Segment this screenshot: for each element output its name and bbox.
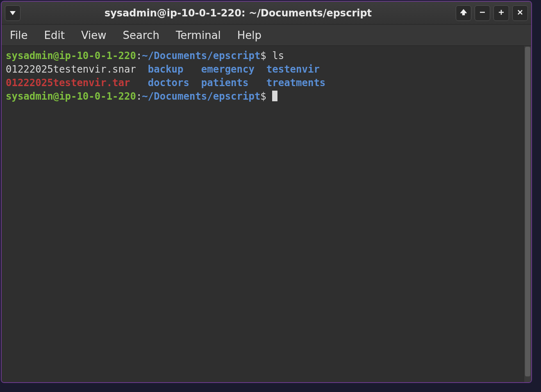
prompt-userhost-2: sysadmin@ip-10-0-1-220 <box>6 91 136 102</box>
window-menu-button[interactable] <box>5 5 20 21</box>
prompt-userhost: sysadmin@ip-10-0-1-220 <box>6 50 136 62</box>
ls-dir-patients: patients <box>201 77 249 89</box>
menu-help[interactable]: Help <box>235 27 264 43</box>
terminal-line-4: sysadmin@ip-10-0-1-220:~/Documents/epscr… <box>6 90 520 103</box>
ls-dir-treatments: treatments <box>266 77 326 89</box>
caret-down-icon <box>10 9 16 17</box>
ls-file-tar: 01222025testenvir.tar <box>6 77 130 89</box>
menu-view[interactable]: View <box>79 27 109 43</box>
close-icon <box>517 9 523 17</box>
prompt-sep: : <box>136 50 142 62</box>
titlebar-left <box>5 5 20 21</box>
menu-file[interactable]: File <box>7 27 30 43</box>
scrollbar-thumb[interactable] <box>525 47 530 376</box>
prompt-path-2: ~/Documents/epscript <box>142 91 260 102</box>
titlebar: sysadmin@ip-10-0-1-220: ~/Documents/epsc… <box>2 2 531 25</box>
terminal-line-2: 01222025testenvir.snar backup emergency … <box>6 63 520 76</box>
terminal-line-3: 01222025testenvir.tar doctors patients t… <box>6 76 520 90</box>
maximize-button[interactable] <box>493 5 509 21</box>
ls-file-snar: 01222025testenvir.snar <box>6 64 136 75</box>
menu-search[interactable]: Search <box>120 27 162 43</box>
keep-above-button[interactable] <box>456 5 471 21</box>
terminal-area: sysadmin@ip-10-0-1-220:~/Documents/epscr… <box>2 46 531 382</box>
terminal-content[interactable]: sysadmin@ip-10-0-1-220:~/Documents/epscr… <box>2 46 524 382</box>
prompt-path: ~/Documents/epscript <box>142 50 260 62</box>
scrollbar[interactable] <box>524 46 531 382</box>
close-button[interactable] <box>512 5 528 21</box>
titlebar-right <box>456 5 528 21</box>
menubar: File Edit View Search Terminal Help <box>2 25 531 46</box>
ls-dir-backup: backup <box>148 64 184 75</box>
svg-marker-0 <box>10 11 16 15</box>
window-title: sysadmin@ip-10-0-1-220: ~/Documents/epsc… <box>20 7 456 19</box>
ls-dir-testenvir: testenvir <box>266 64 320 75</box>
prompt-sigil-2: $ <box>260 91 272 102</box>
prompt-sep-2: : <box>136 91 142 102</box>
arrow-up-icon <box>460 9 467 17</box>
menu-edit[interactable]: Edit <box>42 27 67 43</box>
prompt-sigil: $ <box>260 50 272 62</box>
cursor-icon <box>272 91 277 101</box>
plus-icon <box>498 9 505 17</box>
command-text: ls <box>272 50 284 62</box>
minimize-icon <box>479 9 486 17</box>
terminal-line-1: sysadmin@ip-10-0-1-220:~/Documents/epscr… <box>6 49 520 63</box>
ls-dir-emergency: emergency <box>201 64 255 75</box>
menu-terminal[interactable]: Terminal <box>173 27 223 43</box>
terminal-window: sysadmin@ip-10-0-1-220: ~/Documents/epsc… <box>1 1 532 383</box>
minimize-button[interactable] <box>475 5 490 21</box>
ls-dir-doctors: doctors <box>148 77 189 89</box>
